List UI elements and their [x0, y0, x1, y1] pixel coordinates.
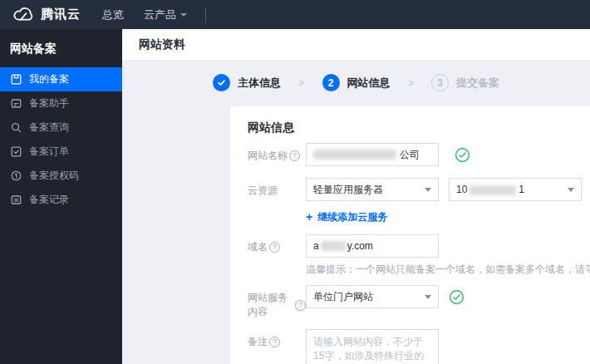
domain-label: 域名	[248, 234, 306, 254]
service-content-value: 单位门户网站	[313, 290, 373, 304]
sidebar-title: 网站备案	[0, 29, 122, 67]
domain-row: 域名 a y.com 温馨提示：一个网站只能备案一个域名，如需备案多个域名，请等…	[248, 234, 590, 285]
check-icon	[217, 78, 226, 87]
label-text: 网站名称	[248, 149, 288, 163]
valid-check-icon	[449, 289, 465, 305]
sidebar-item-filing-orders[interactable]: 备案订单	[0, 140, 122, 164]
cloud-resource-control: 轻量应用服务器 101	[306, 178, 582, 201]
sidebar-item-label: 备案助手	[29, 96, 69, 111]
spacer-label	[248, 206, 306, 212]
page-title: 网站资料	[122, 37, 185, 52]
sidebar-item-label: 备案查询	[29, 121, 69, 135]
website-name-row: 网站名称 公司	[248, 143, 590, 166]
website-name-input[interactable]: 公司	[306, 143, 439, 166]
cloud-logo-icon	[12, 7, 35, 22]
topbar-divider	[205, 7, 206, 22]
resource-instance-value: 101	[456, 184, 524, 195]
nav-overview-label: 总览	[102, 7, 124, 22]
website-name-suffix: 公司	[400, 148, 420, 162]
sidebar-item-filing-records[interactable]: 备案记录	[0, 188, 122, 212]
help-icon[interactable]	[295, 300, 306, 311]
step-indicator: 主体信息 > 2 网站信息 > 3 提交备案	[122, 61, 590, 91]
sidebar: 网站备案 我的备案 备案助手 备案查询 备案订单 备案授权码 备案记录	[0, 29, 122, 364]
brand-name: 腾讯云	[41, 7, 81, 22]
remark-label: 备注	[248, 329, 306, 349]
resource-type-value: 轻量应用服务器	[313, 183, 383, 197]
service-content-row: 网站服务内容 单位门户网站	[248, 285, 590, 319]
topbar: 腾讯云 总览 云产品	[0, 0, 590, 29]
instance-prefix: 10	[456, 184, 467, 195]
website-name-control: 公司	[306, 143, 470, 166]
assistant-doc-icon	[11, 98, 22, 109]
step-submit-filing: 3 提交备案	[431, 74, 499, 91]
cloud-resource-row: 云资源 轻量应用服务器 101	[248, 178, 590, 201]
sidebar-item-filing-query[interactable]: 备案查询	[0, 116, 122, 140]
bookmark-icon	[11, 74, 22, 85]
sidebar-item-filing-assistant[interactable]: 备案助手	[0, 91, 122, 116]
help-icon[interactable]	[289, 150, 300, 161]
redacted-text	[470, 185, 516, 195]
chevron-right-icon: >	[299, 76, 304, 89]
step-label: 网站信息	[347, 76, 391, 91]
service-content-label: 网站服务内容	[248, 285, 306, 319]
sidebar-item-label: 备案记录	[29, 193, 69, 207]
step-pending-circle: 3	[431, 74, 449, 91]
label-text: 网站服务内容	[248, 291, 293, 319]
sidebar-item-label: 我的备案	[29, 72, 69, 86]
instance-suffix: 1	[519, 184, 524, 195]
help-icon[interactable]	[269, 337, 280, 347]
remark-textarea[interactable]	[306, 329, 439, 364]
add-service-row: + 继续添加云服务	[248, 206, 590, 223]
website-name-label: 网站名称	[248, 143, 306, 163]
step-active-circle: 2	[322, 74, 340, 91]
step-website-info: 2 网站信息	[322, 74, 391, 91]
section-title: 网站信息	[248, 121, 590, 134]
add-cloud-service-label: 继续添加云服务	[317, 210, 387, 224]
remark-control	[306, 329, 439, 364]
help-icon[interactable]	[269, 242, 280, 253]
chevron-right-icon: >	[408, 76, 413, 89]
sidebar-item-my-filings[interactable]: 我的备案	[0, 67, 122, 91]
top-nav: 总览 云产品	[102, 7, 187, 22]
add-cloud-service-link[interactable]: + 继续添加云服务	[306, 211, 387, 223]
auth-code-icon	[11, 170, 22, 181]
remark-row: 备注	[248, 329, 590, 364]
nav-cloud-products-label: 云产品	[144, 7, 176, 22]
website-info-panel: 网站信息 网站名称 公司 云资源 轻量应用	[230, 106, 590, 364]
domain-control: a y.com 温馨提示：一个网站只能备案一个域名，如需备案多个域名，请等此次提…	[306, 234, 590, 285]
domain-tip: 温馨提示：一个网站只能备案一个域名，如需备案多个域名，请等此次提交完成后进	[306, 263, 590, 277]
resource-type-select[interactable]: 轻量应用服务器	[306, 178, 439, 201]
step-label: 主体信息	[238, 76, 281, 91]
domain-input[interactable]: a y.com	[306, 234, 439, 258]
step-subject-info: 主体信息	[213, 74, 281, 91]
domain-suffix: y.com	[347, 240, 373, 252]
step-done-circle	[213, 74, 230, 91]
label-text: 云资源	[248, 184, 278, 198]
chevron-down-icon	[568, 188, 574, 192]
service-content-select[interactable]: 单位门户网站	[306, 285, 439, 308]
valid-check-icon	[455, 147, 470, 163]
sidebar-item-label: 备案订单	[29, 145, 69, 159]
label-text: 域名	[248, 240, 268, 254]
cloud-resource-label: 云资源	[248, 178, 306, 198]
redacted-text	[313, 150, 396, 160]
order-check-icon	[11, 146, 22, 157]
tencent-cloud-logo[interactable]: 腾讯云	[12, 7, 81, 22]
label-text: 备注	[248, 335, 268, 349]
resource-instance-select[interactable]: 101	[449, 178, 582, 201]
chevron-down-icon	[425, 188, 431, 192]
nav-overview[interactable]: 总览	[102, 7, 124, 22]
step-label: 提交备案	[456, 76, 499, 91]
sidebar-item-auth-code[interactable]: 备案授权码	[0, 164, 122, 188]
sidebar-item-label: 备案授权码	[29, 169, 79, 183]
search-icon	[11, 122, 22, 133]
content-area: 主体信息 > 2 网站信息 > 3 提交备案 网站信息 网站名称 公司	[122, 61, 590, 364]
plus-icon: +	[306, 212, 312, 222]
domain-prefix: a	[313, 240, 319, 252]
page-header: 网站资料	[122, 29, 590, 61]
chevron-down-icon	[425, 295, 431, 299]
record-doc-icon	[11, 194, 22, 205]
nav-cloud-products[interactable]: 云产品	[144, 7, 187, 22]
chevron-down-icon	[180, 13, 187, 17]
redacted-text	[321, 241, 346, 251]
